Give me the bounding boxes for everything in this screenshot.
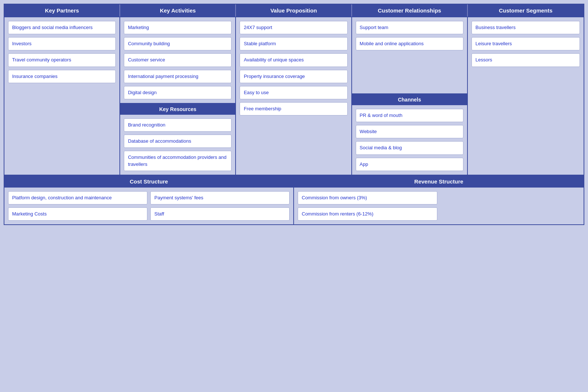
seg-lessors: Lessors — [472, 53, 580, 67]
vp-easy: Easy to use — [240, 86, 347, 99]
business-model-canvas: Key Partners Key Activities Value Propos… — [4, 4, 584, 225]
cr-mobile-online: Mobile and online applications — [356, 37, 463, 50]
channels-section: Channels PR & word of mouth Website Soci… — [352, 94, 467, 175]
revenue-renters: Commission from renters (6-12%) — [298, 207, 437, 221]
cost-payment-fees: Payment systems' fees — [150, 191, 290, 204]
cost-platform: Platform design, construction and mainte… — [8, 191, 147, 204]
bottom-row: Cost Structure Platform design, construc… — [4, 175, 584, 224]
resources-content: Brand recognition Database of accommodat… — [120, 115, 235, 175]
header-row: Key Partners Key Activities Value Propos… — [4, 4, 584, 17]
col-value-prop: 24X7 support Stable platform Availabilit… — [236, 17, 352, 175]
activities-top: Marketing Community building Customer se… — [120, 17, 235, 104]
cost-structure-header: Cost Structure — [4, 175, 293, 188]
seg-leisure: Leisure travellers — [472, 37, 580, 50]
resource-database: Database of accommodations — [124, 135, 232, 148]
cost-col2: Payment systems' fees Staff — [150, 191, 290, 221]
col-customer-seg: Business travellers Leisure travellers L… — [468, 17, 584, 175]
cost-marketing: Marketing Costs — [8, 207, 147, 221]
channel-social: Social media & blog — [356, 141, 463, 154]
channels-header: Channels — [352, 94, 467, 105]
resource-communities: Communities of accommodation providers a… — [124, 151, 232, 171]
partner-travel-community: Travel community operators — [8, 53, 116, 67]
vp-free: Free membership — [240, 102, 347, 115]
header-value-proposition: Value Proposition — [236, 4, 352, 17]
header-customer-segments: Customer Segments — [468, 4, 584, 17]
col-key-activities: Marketing Community building Customer se… — [120, 17, 236, 175]
main-area: Bloggers and social media influencers In… — [4, 17, 584, 175]
col-customer-rel: Support team Mobile and online applicati… — [352, 17, 468, 175]
partner-bloggers: Bloggers and social media influencers — [8, 21, 116, 34]
cost-structure-content: Platform design, construction and mainte… — [4, 188, 293, 224]
cust-rel-top: Support team Mobile and online applicati… — [352, 17, 467, 94]
resources-header: Key Resources — [120, 104, 235, 115]
vp-247: 24X7 support — [240, 21, 347, 34]
cost-staff: Staff — [150, 207, 290, 221]
resources-section: Key Resources Brand recognition Database… — [120, 104, 235, 175]
header-customer-relationships: Customer Relationships — [352, 4, 468, 17]
revenue-structure-content: Commission from owners (3%) Commission f… — [294, 188, 584, 224]
col-key-partners: Bloggers and social media influencers In… — [4, 17, 120, 175]
partner-insurance: Insurance companies — [8, 70, 116, 83]
activity-customer-service: Customer service — [124, 53, 232, 67]
header-key-partners: Key Partners — [4, 4, 120, 17]
channel-pr: PR & word of mouth — [356, 109, 463, 122]
resource-brand: Brand recognition — [124, 118, 232, 132]
seg-business: Business travellers — [472, 21, 580, 34]
revenue-owners: Commission from owners (3%) — [298, 191, 437, 204]
vp-insurance: Property insurance coverage — [240, 70, 347, 83]
revenue-col1: Commission from owners (3%) Commission f… — [298, 191, 437, 221]
activity-payment: International payment processing — [124, 70, 232, 83]
cost-col1: Platform design, construction and mainte… — [8, 191, 147, 221]
cost-structure: Cost Structure Platform design, construc… — [4, 175, 294, 224]
channel-app: App — [356, 158, 463, 171]
vp-unique-spaces: Availability of unique spaces — [240, 53, 347, 67]
channels-content: PR & word of mouth Website Social media … — [352, 105, 467, 175]
partner-investors: Investors — [8, 37, 116, 50]
revenue-structure: Revenue Structure Commission from owners… — [294, 175, 584, 224]
header-key-activities: Key Activities — [120, 4, 236, 17]
activity-marketing: Marketing — [124, 21, 232, 34]
activity-community: Community building — [124, 37, 232, 50]
revenue-col2 — [440, 191, 580, 221]
cr-support-team: Support team — [356, 21, 463, 34]
channel-website: Website — [356, 125, 463, 138]
revenue-structure-header: Revenue Structure — [294, 175, 584, 188]
vp-stable: Stable platform — [240, 37, 347, 50]
activity-digital-design: Digital design — [124, 86, 232, 99]
